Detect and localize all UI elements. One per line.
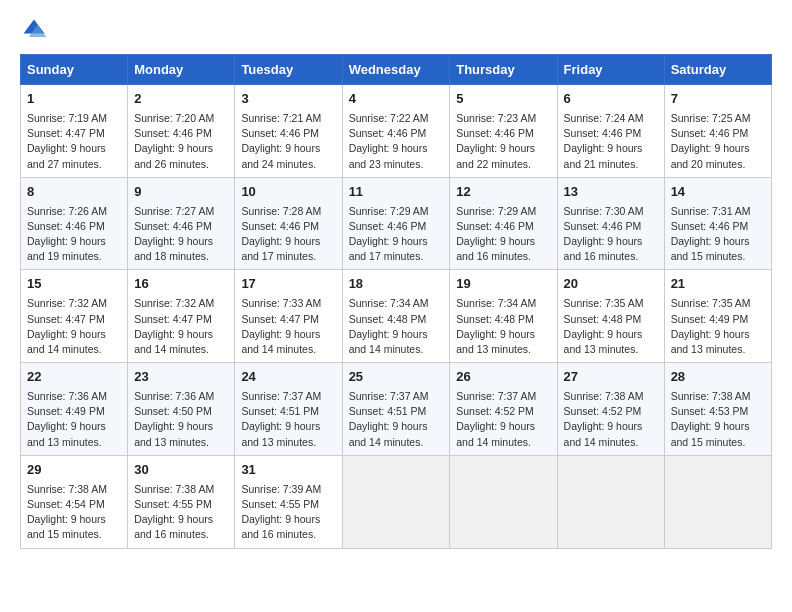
calendar-cell: 21Sunrise: 7:35 AMSunset: 4:49 PMDayligh… xyxy=(664,270,771,363)
day-number: 3 xyxy=(241,90,335,109)
day-number: 5 xyxy=(456,90,550,109)
weekday-header-sunday: Sunday xyxy=(21,55,128,85)
logo xyxy=(20,16,52,44)
day-number: 8 xyxy=(27,183,121,202)
calendar-cell: 10Sunrise: 7:28 AMSunset: 4:46 PMDayligh… xyxy=(235,177,342,270)
weekday-header-row: SundayMondayTuesdayWednesdayThursdayFrid… xyxy=(21,55,772,85)
day-number: 28 xyxy=(671,368,765,387)
day-number: 2 xyxy=(134,90,228,109)
day-number: 1 xyxy=(27,90,121,109)
week-row-5: 29Sunrise: 7:38 AMSunset: 4:54 PMDayligh… xyxy=(21,455,772,548)
day-number: 12 xyxy=(456,183,550,202)
day-number: 10 xyxy=(241,183,335,202)
calendar-cell: 12Sunrise: 7:29 AMSunset: 4:46 PMDayligh… xyxy=(450,177,557,270)
day-number: 14 xyxy=(671,183,765,202)
calendar-cell: 6Sunrise: 7:24 AMSunset: 4:46 PMDaylight… xyxy=(557,85,664,178)
logo-icon xyxy=(20,16,48,44)
calendar-cell xyxy=(342,455,450,548)
calendar-cell xyxy=(557,455,664,548)
calendar-cell xyxy=(450,455,557,548)
calendar-cell: 28Sunrise: 7:38 AMSunset: 4:53 PMDayligh… xyxy=(664,363,771,456)
calendar-cell: 24Sunrise: 7:37 AMSunset: 4:51 PMDayligh… xyxy=(235,363,342,456)
day-number: 16 xyxy=(134,275,228,294)
calendar-cell: 7Sunrise: 7:25 AMSunset: 4:46 PMDaylight… xyxy=(664,85,771,178)
day-number: 29 xyxy=(27,461,121,480)
page-header xyxy=(20,16,772,44)
calendar-cell: 23Sunrise: 7:36 AMSunset: 4:50 PMDayligh… xyxy=(128,363,235,456)
weekday-header-saturday: Saturday xyxy=(664,55,771,85)
day-number: 31 xyxy=(241,461,335,480)
calendar-cell xyxy=(664,455,771,548)
weekday-header-tuesday: Tuesday xyxy=(235,55,342,85)
calendar-cell: 3Sunrise: 7:21 AMSunset: 4:46 PMDaylight… xyxy=(235,85,342,178)
calendar-cell: 2Sunrise: 7:20 AMSunset: 4:46 PMDaylight… xyxy=(128,85,235,178)
day-number: 9 xyxy=(134,183,228,202)
calendar-cell: 4Sunrise: 7:22 AMSunset: 4:46 PMDaylight… xyxy=(342,85,450,178)
day-number: 15 xyxy=(27,275,121,294)
calendar-cell: 11Sunrise: 7:29 AMSunset: 4:46 PMDayligh… xyxy=(342,177,450,270)
calendar-cell: 14Sunrise: 7:31 AMSunset: 4:46 PMDayligh… xyxy=(664,177,771,270)
day-number: 18 xyxy=(349,275,444,294)
calendar-cell: 30Sunrise: 7:38 AMSunset: 4:55 PMDayligh… xyxy=(128,455,235,548)
week-row-2: 8Sunrise: 7:26 AMSunset: 4:46 PMDaylight… xyxy=(21,177,772,270)
day-number: 27 xyxy=(564,368,658,387)
day-number: 26 xyxy=(456,368,550,387)
weekday-header-monday: Monday xyxy=(128,55,235,85)
day-number: 20 xyxy=(564,275,658,294)
calendar-cell: 16Sunrise: 7:32 AMSunset: 4:47 PMDayligh… xyxy=(128,270,235,363)
calendar-table: SundayMondayTuesdayWednesdayThursdayFrid… xyxy=(20,54,772,549)
day-number: 6 xyxy=(564,90,658,109)
day-number: 13 xyxy=(564,183,658,202)
weekday-header-thursday: Thursday xyxy=(450,55,557,85)
calendar-cell: 5Sunrise: 7:23 AMSunset: 4:46 PMDaylight… xyxy=(450,85,557,178)
day-number: 25 xyxy=(349,368,444,387)
calendar-cell: 27Sunrise: 7:38 AMSunset: 4:52 PMDayligh… xyxy=(557,363,664,456)
calendar-cell: 9Sunrise: 7:27 AMSunset: 4:46 PMDaylight… xyxy=(128,177,235,270)
day-number: 4 xyxy=(349,90,444,109)
calendar-cell: 31Sunrise: 7:39 AMSunset: 4:55 PMDayligh… xyxy=(235,455,342,548)
calendar-cell: 29Sunrise: 7:38 AMSunset: 4:54 PMDayligh… xyxy=(21,455,128,548)
calendar-cell: 13Sunrise: 7:30 AMSunset: 4:46 PMDayligh… xyxy=(557,177,664,270)
week-row-4: 22Sunrise: 7:36 AMSunset: 4:49 PMDayligh… xyxy=(21,363,772,456)
calendar-cell: 19Sunrise: 7:34 AMSunset: 4:48 PMDayligh… xyxy=(450,270,557,363)
calendar-cell: 25Sunrise: 7:37 AMSunset: 4:51 PMDayligh… xyxy=(342,363,450,456)
calendar-cell: 1Sunrise: 7:19 AMSunset: 4:47 PMDaylight… xyxy=(21,85,128,178)
calendar-cell: 20Sunrise: 7:35 AMSunset: 4:48 PMDayligh… xyxy=(557,270,664,363)
weekday-header-friday: Friday xyxy=(557,55,664,85)
calendar-cell: 26Sunrise: 7:37 AMSunset: 4:52 PMDayligh… xyxy=(450,363,557,456)
weekday-header-wednesday: Wednesday xyxy=(342,55,450,85)
calendar-cell: 8Sunrise: 7:26 AMSunset: 4:46 PMDaylight… xyxy=(21,177,128,270)
calendar-cell: 18Sunrise: 7:34 AMSunset: 4:48 PMDayligh… xyxy=(342,270,450,363)
day-number: 21 xyxy=(671,275,765,294)
day-number: 30 xyxy=(134,461,228,480)
week-row-1: 1Sunrise: 7:19 AMSunset: 4:47 PMDaylight… xyxy=(21,85,772,178)
day-number: 19 xyxy=(456,275,550,294)
day-number: 7 xyxy=(671,90,765,109)
day-number: 24 xyxy=(241,368,335,387)
week-row-3: 15Sunrise: 7:32 AMSunset: 4:47 PMDayligh… xyxy=(21,270,772,363)
day-number: 23 xyxy=(134,368,228,387)
calendar-cell: 17Sunrise: 7:33 AMSunset: 4:47 PMDayligh… xyxy=(235,270,342,363)
day-number: 17 xyxy=(241,275,335,294)
day-number: 22 xyxy=(27,368,121,387)
calendar-cell: 22Sunrise: 7:36 AMSunset: 4:49 PMDayligh… xyxy=(21,363,128,456)
calendar-cell: 15Sunrise: 7:32 AMSunset: 4:47 PMDayligh… xyxy=(21,270,128,363)
day-number: 11 xyxy=(349,183,444,202)
